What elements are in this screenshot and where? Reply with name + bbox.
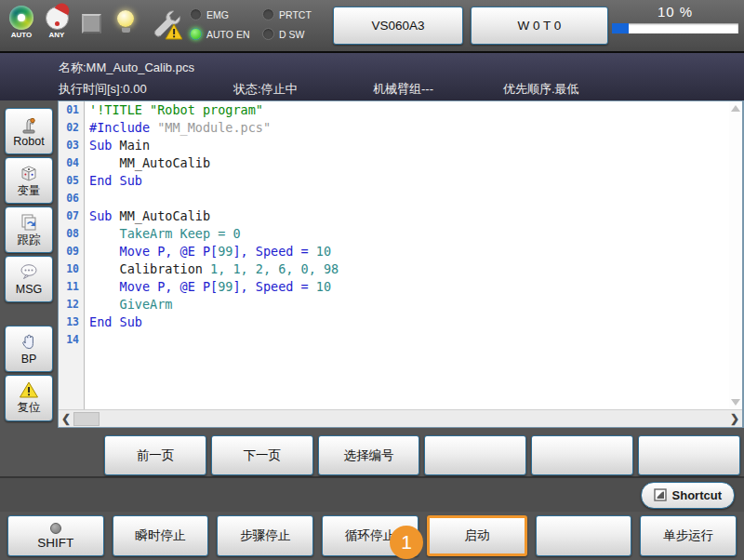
bottom-button-7[interactable]: 单步运行	[640, 515, 737, 556]
line-number: 08	[59, 225, 84, 243]
dice-icon	[19, 163, 39, 182]
line-number: 01	[59, 101, 84, 119]
bottom-button-label: 循环停止	[345, 527, 395, 544]
led-off-icon	[190, 8, 202, 20]
sidebar-button-label: 复位	[18, 400, 41, 416]
indicator-auto-en: AUTO EN	[190, 28, 249, 40]
auto-mode-icon: AUTO	[7, 6, 35, 39]
code-line-12: GiveArm	[89, 296, 729, 313]
led-off-icon	[262, 28, 274, 40]
main-area: Robot变量跟踪MSGBP复位 01020304050607080910111…	[0, 100, 744, 428]
line-number: 09	[59, 243, 84, 260]
page-button-3[interactable]: 选择编号	[318, 435, 420, 475]
bottom-button-bar: SHIFT瞬时停止步骤停止循环停止启动单步运行	[0, 512, 744, 558]
trace-log-icon	[19, 212, 39, 232]
sidebar-button-label: 跟踪	[18, 233, 41, 248]
led-on-icon	[190, 28, 202, 40]
top-status-bar: AUTO ANY EMGAUTO EN PRTCTD SW VS060A3 W …	[0, 0, 744, 51]
code-line-03: Sub Main	[89, 137, 729, 154]
shortcut-button[interactable]: Shortcut	[641, 482, 735, 509]
hand-icon	[19, 332, 39, 352]
line-number: 13	[59, 313, 84, 331]
tool-warning-icon	[149, 7, 182, 45]
indicator-emg: EMG	[190, 8, 249, 20]
line-number: 07	[59, 207, 84, 225]
speed-progress-fill	[612, 23, 629, 33]
scroll-right-icon[interactable]: ❯	[727, 412, 742, 425]
annotation-badge-1: 1	[390, 526, 423, 559]
page-button-empty-4[interactable]	[424, 435, 526, 475]
page-button-2[interactable]: 下一页	[211, 435, 313, 475]
page-button-empty-6[interactable]	[638, 435, 740, 475]
sidebar-button-label: 变量	[18, 183, 41, 199]
sidebar-button-msg[interactable]: MSG	[5, 256, 53, 302]
exec-time: 执行时间[s]:0.00	[59, 81, 233, 98]
sidebar-button-label: Robot	[13, 135, 44, 148]
code-text-area[interactable]: '!TITLE "Robot program"#Include "MM_Modu…	[85, 101, 729, 409]
bottom-button-label: 启动	[464, 527, 489, 544]
speed-progress-track	[612, 23, 738, 33]
code-line-06	[89, 190, 729, 207]
indicator-column-1: EMGAUTO EN	[190, 8, 249, 47]
sidebar-button-label: BP	[21, 353, 37, 366]
code-editor[interactable]: 0102030405060708091011121314 '!TITLE "Ro…	[58, 100, 744, 428]
tool-work-button[interactable]: W 0 T 0	[471, 7, 608, 45]
arm-group: 机械臂组---	[373, 81, 503, 98]
bottom-button-3[interactable]: 步骤停止	[217, 515, 313, 556]
bottom-button-label: 瞬时停止	[136, 527, 186, 544]
code-line-01: '!TITLE "Robot program"	[89, 101, 729, 119]
sidebar-button-跟踪[interactable]: 跟踪	[5, 207, 53, 253]
code-line-09: Move P, @E P[99], Speed = 10	[89, 243, 729, 260]
code-line-05: End Sub	[89, 172, 729, 190]
bottom-button-1[interactable]: SHIFT	[7, 515, 104, 556]
shortcut-bar: Shortcut	[0, 476, 744, 512]
sidebar-button-变量[interactable]: 变量	[5, 157, 53, 204]
bottom-button-2[interactable]: 瞬时停止	[113, 515, 209, 556]
stop-square-icon	[82, 14, 101, 33]
auto-mode-swirl-icon	[9, 6, 33, 30]
speed-indicator: 10 %	[612, 4, 738, 33]
program-status-header: 名称:MM_Auto_Calib.pcs 执行时间[s]:0.00 状态:停止中…	[0, 51, 744, 100]
robot-type-button[interactable]: VS060A3	[333, 7, 463, 45]
indicator-column-2: PRTCTD SW	[262, 8, 312, 47]
line-number: 14	[59, 331, 84, 349]
page-button-1[interactable]: 前一页	[104, 435, 206, 475]
sidebar-button-label: MSG	[16, 283, 42, 296]
scroll-left-icon[interactable]: ❮	[59, 412, 73, 425]
code-line-10: Calibration 1, 1, 2, 6, 0, 98	[89, 260, 729, 278]
bottom-button-5[interactable]: 启动	[427, 515, 527, 556]
line-number: 10	[59, 260, 84, 278]
page-button-empty-5[interactable]	[531, 435, 633, 475]
bottom-button-empty[interactable]	[536, 515, 632, 556]
code-line-11: Move P, @E P[99], Speed = 10	[89, 278, 729, 296]
message-bubble-icon	[19, 262, 39, 282]
line-number: 11	[59, 278, 84, 296]
sidebar-button-robot[interactable]: Robot	[5, 108, 53, 154]
warning-triangle-icon	[19, 380, 39, 399]
code-line-13: End Sub	[89, 313, 729, 331]
line-number: 12	[59, 296, 84, 313]
shift-led-icon	[50, 523, 61, 534]
sidebar-button-bp[interactable]: BP	[5, 326, 53, 372]
scroll-down-icon[interactable]	[731, 399, 740, 406]
scroll-up-icon[interactable]	[731, 105, 740, 112]
bottom-button-label: 单步运行	[663, 527, 713, 544]
indicator-prtct: PRTCT	[262, 8, 312, 20]
any-mode-face-icon	[46, 7, 69, 30]
bottom-button-label: SHIFT	[37, 536, 73, 550]
sidebar: Robot变量跟踪MSGBP复位	[0, 100, 58, 428]
page-button-bar: 前一页下一页选择编号	[0, 428, 744, 476]
sidebar-button-复位[interactable]: 复位	[5, 375, 53, 421]
line-number: 06	[59, 190, 84, 207]
indicator-label: AUTO EN	[206, 29, 249, 40]
horizontal-scrollbar[interactable]: ❮ ❯	[59, 409, 742, 427]
line-number: 05	[59, 172, 84, 190]
horizontal-scroll-thumb[interactable]	[73, 412, 100, 426]
lamp-icon	[115, 10, 136, 33]
led-off-icon	[262, 8, 274, 20]
vertical-scrollbar[interactable]	[729, 101, 742, 409]
shortcut-label: Shortcut	[672, 488, 722, 502]
indicator-d-sw: D SW	[262, 28, 312, 40]
line-number-gutter: 0102030405060708091011121314	[59, 101, 85, 409]
any-mode-label: ANY	[49, 31, 65, 39]
